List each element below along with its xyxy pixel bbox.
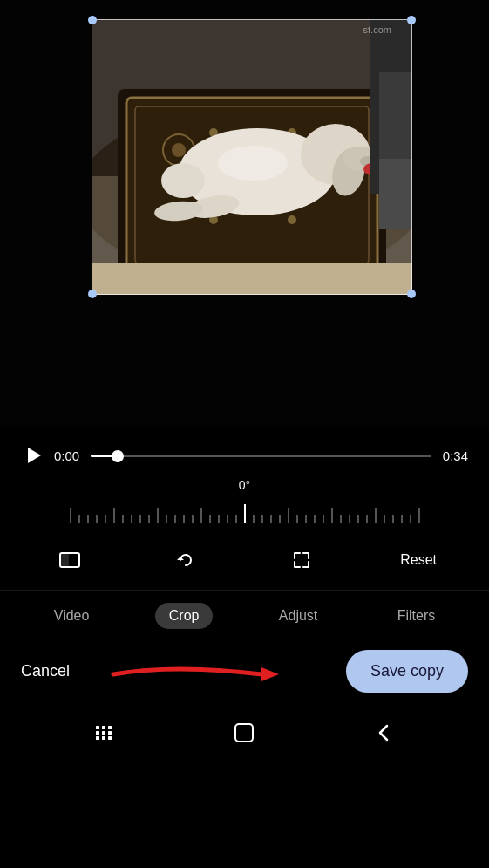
play-button[interactable] [21, 443, 45, 468]
tab-filters[interactable]: Filters [384, 603, 450, 629]
overlay-left [0, 0, 92, 427]
free-crop-button[interactable] [284, 543, 319, 578]
tab-adjust[interactable]: Adjust [265, 603, 331, 629]
svg-rect-32 [60, 553, 69, 567]
svg-rect-39 [102, 731, 105, 735]
crop-handle-bottom-left[interactable] [88, 290, 97, 298]
aspect-ratio-button[interactable] [52, 543, 87, 578]
tab-video[interactable]: Video [40, 603, 104, 629]
overlay-bottom [92, 295, 412, 427]
svg-rect-37 [108, 726, 112, 729]
svg-rect-36 [102, 726, 105, 729]
navigation-bar [0, 707, 489, 754]
overlay-top [92, 0, 412, 19]
rotation-ruler[interactable] [0, 497, 489, 523]
tab-crop[interactable]: Crop [155, 603, 214, 629]
red-arrow-annotation [105, 657, 314, 692]
time-total: 0:34 [440, 448, 468, 463]
playback-bar: 0:00 0:34 [0, 427, 489, 478]
overlay-right [412, 0, 489, 427]
svg-rect-35 [96, 726, 99, 729]
crop-frame[interactable] [92, 19, 412, 295]
svg-rect-42 [102, 736, 105, 740]
reset-button[interactable]: Reset [400, 552, 437, 568]
svg-marker-34 [261, 667, 279, 681]
nav-menu-button[interactable] [91, 719, 119, 747]
svg-rect-38 [96, 731, 99, 735]
svg-rect-40 [108, 731, 112, 735]
ruler-ticks [0, 497, 489, 523]
tab-bar: Video Crop Adjust Filters [0, 591, 489, 641]
play-icon [28, 448, 41, 463]
watermark: st.com [363, 24, 391, 35]
controls-area: 0:00 0:34 0° [0, 427, 489, 707]
time-current: 0:00 [54, 448, 82, 463]
nav-back-button[interactable] [370, 719, 398, 747]
crop-handle-bottom-right[interactable] [407, 290, 416, 298]
rotation-angle: 0° [0, 478, 489, 492]
video-preview-area: st.com [0, 0, 489, 427]
rotate-button[interactable] [168, 543, 203, 578]
crop-handle-top-right[interactable] [407, 16, 416, 24]
save-copy-button[interactable]: Save copy [346, 650, 468, 693]
svg-rect-44 [235, 724, 253, 742]
seek-thumb[interactable] [112, 450, 124, 462]
nav-home-button[interactable] [230, 719, 258, 747]
svg-marker-33 [177, 557, 184, 560]
svg-rect-43 [108, 736, 112, 740]
seek-bar[interactable] [91, 455, 431, 457]
action-bar: Cancel Save copy [0, 641, 489, 707]
rotation-area: 0° [0, 478, 489, 530]
tool-icons-row: Reset [0, 530, 489, 591]
svg-rect-41 [96, 736, 99, 740]
cancel-button[interactable]: Cancel [21, 662, 70, 680]
crop-handle-top-left[interactable] [88, 16, 97, 24]
